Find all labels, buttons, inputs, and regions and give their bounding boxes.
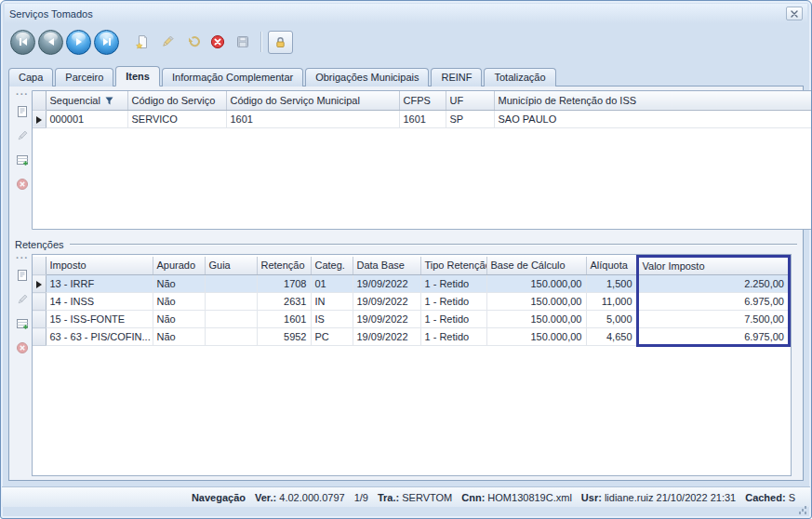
previous-record-button[interactable] — [38, 30, 63, 55]
edit-record-button[interactable] — [155, 31, 179, 54]
cell[interactable]: 19/09/2022 — [353, 275, 420, 293]
cell[interactable]: SERVICO — [127, 110, 226, 127]
cell[interactable]: 1601 — [399, 110, 446, 127]
cell[interactable]: SP — [446, 110, 494, 127]
cell[interactable]: 1 - Retido — [420, 311, 486, 328]
row-indicator[interactable] — [33, 328, 46, 346]
column-header-guia[interactable]: Guia — [205, 257, 257, 275]
preview-button[interactable] — [14, 103, 31, 120]
cell[interactable]: 19/09/2022 — [353, 328, 420, 346]
last-record-button[interactable] — [94, 30, 119, 55]
cell[interactable]: 19/09/2022 — [353, 293, 420, 311]
row-indicator[interactable] — [33, 275, 46, 293]
cell[interactable] — [205, 328, 257, 346]
cell[interactable]: 14 - INSS — [46, 293, 153, 311]
cell[interactable]: 1 - Retido — [420, 275, 486, 293]
tab-itens[interactable]: Itens — [115, 66, 160, 86]
cell[interactable]: 150.000,00 — [486, 328, 586, 346]
column-header-sequencial[interactable]: Sequencial — [46, 91, 127, 110]
cell[interactable]: 5,000 — [586, 311, 637, 328]
column-header-codigo-do-servico-municipal[interactable]: Código do Serviço Municipal — [226, 91, 399, 110]
filter-icon[interactable] — [105, 97, 113, 105]
tab-totalizacao[interactable]: Totalização — [484, 68, 555, 86]
delete-record-button[interactable] — [206, 31, 229, 54]
cell[interactable]: 5952 — [257, 328, 311, 346]
cell[interactable]: 2.250,00 — [637, 275, 790, 293]
table-row[interactable]: 000001SERVICO16011601SPSAO PAULO — [33, 110, 812, 127]
cell[interactable] — [205, 293, 257, 311]
cell[interactable]: Não — [153, 311, 205, 328]
cell[interactable]: 4,650 — [586, 328, 637, 346]
table-row[interactable]: 63 - 63 - PIS/COFIN...Não5952PC19/09/202… — [33, 328, 790, 346]
cell[interactable]: IN — [311, 293, 353, 311]
column-header-uf[interactable]: UF — [446, 91, 494, 110]
column-header-apurado[interactable]: Apurado — [153, 257, 205, 275]
cell[interactable]: PC — [311, 328, 353, 346]
edit-button[interactable] — [14, 127, 31, 144]
side-toolbar-handle[interactable]: ··· — [16, 90, 29, 100]
cell[interactable]: 150.000,00 — [486, 311, 586, 328]
column-header-categ[interactable]: Categ. — [311, 257, 353, 275]
table-row[interactable]: 15 - ISS-FONTENão1601IS19/09/20221 - Ret… — [33, 311, 790, 328]
cell[interactable]: 2631 — [257, 293, 311, 311]
side-toolbar-handle[interactable]: ··· — [16, 254, 29, 263]
tab-reinf[interactable]: REINF — [431, 68, 482, 86]
column-header-data-base[interactable]: Data Base — [353, 257, 420, 275]
table-row[interactable]: 13 - IRRFNão17080119/09/20221 - Retido15… — [33, 275, 790, 293]
preview-button[interactable] — [14, 267, 31, 284]
edit-button[interactable] — [14, 291, 31, 308]
cell[interactable]: 150.000,00 — [486, 293, 586, 311]
cell[interactable]: Não — [153, 275, 205, 293]
save-button[interactable] — [231, 31, 254, 54]
new-record-button[interactable] — [130, 31, 153, 54]
cell[interactable]: 6.975,00 — [637, 293, 790, 311]
cell[interactable]: 1601 — [226, 110, 399, 127]
tab-capa[interactable]: Capa — [8, 68, 53, 86]
cell[interactable]: IS — [311, 311, 353, 328]
close-button[interactable] — [786, 7, 803, 20]
cell[interactable]: 1601 — [257, 311, 311, 328]
tab-obrigacoes-municipais[interactable]: Obrigações Municipais — [305, 68, 429, 86]
resize-grip-icon[interactable] — [797, 505, 807, 515]
cell[interactable]: SAO PAULO — [494, 110, 812, 127]
delete-button[interactable] — [14, 176, 31, 193]
cell[interactable]: Não — [153, 328, 205, 346]
lock-button[interactable] — [268, 31, 293, 54]
delete-button[interactable] — [14, 339, 31, 356]
first-record-button[interactable] — [10, 30, 35, 55]
column-header-imposto[interactable]: Imposto — [46, 257, 153, 275]
insert-row-button[interactable] — [14, 152, 31, 168]
cell[interactable]: 1,500 — [586, 275, 637, 293]
column-header-tipo-retencao[interactable]: Tipo Retenção — [420, 257, 486, 275]
column-header-aliquota[interactable]: Alíquota — [586, 257, 637, 275]
cell[interactable]: 63 - 63 - PIS/COFIN... — [46, 328, 153, 346]
cell[interactable]: 6.975,00 — [637, 328, 790, 346]
cell[interactable]: 19/09/2022 — [353, 311, 420, 328]
row-indicator[interactable] — [33, 293, 46, 311]
tab-informacao-complementar[interactable]: Informação Complementar — [162, 68, 303, 86]
cell[interactable]: 1 - Retido — [420, 328, 486, 346]
row-indicator[interactable] — [33, 110, 46, 127]
cell[interactable]: 13 - IRRF — [46, 275, 153, 293]
column-header-codigo-do-servico[interactable]: Código do Serviço — [127, 91, 226, 110]
tab-parceiro[interactable]: Parceiro — [55, 68, 113, 86]
column-header-base-de-calculo[interactable]: Base de Cálculo — [486, 257, 586, 275]
titlebar[interactable]: Serviços Tomados — [5, 4, 807, 23]
cell[interactable]: 7.500,00 — [637, 311, 790, 328]
cell[interactable]: 1708 — [257, 275, 311, 293]
column-header-municipio-de-retencao-do-iss[interactable]: Município de Retenção do ISS — [494, 91, 812, 110]
column-header-valor-imposto[interactable]: Valor Imposto — [637, 257, 790, 275]
column-header-retencao[interactable]: Retenção — [257, 257, 311, 275]
undo-button[interactable] — [180, 31, 204, 54]
cell[interactable]: 11,000 — [586, 293, 637, 311]
next-record-button[interactable] — [66, 30, 91, 55]
cell[interactable]: Não — [153, 293, 205, 311]
cell[interactable]: 000001 — [46, 110, 127, 127]
cell[interactable]: 01 — [311, 275, 353, 293]
cell[interactable]: 150.000,00 — [486, 275, 586, 293]
column-header-cfps[interactable]: CFPS — [399, 91, 446, 110]
cell[interactable]: 1 - Retido — [420, 293, 486, 311]
cell[interactable] — [205, 275, 257, 293]
row-indicator[interactable] — [33, 311, 46, 328]
cell[interactable]: 15 - ISS-FONTE — [46, 311, 153, 328]
